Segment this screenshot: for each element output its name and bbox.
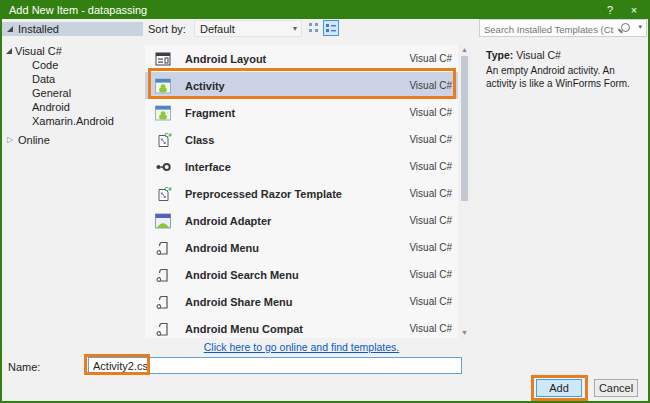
online-label: Online (18, 133, 50, 147)
template-language: Visual C# (409, 134, 452, 145)
sidebar-item-label: General (32, 86, 71, 100)
sidebar-item-label: Xamarin.Android (32, 114, 114, 128)
template-name: Android Layout (185, 53, 409, 65)
search-box[interactable]: ▾ (479, 19, 647, 37)
search-icon (621, 23, 630, 32)
template-name: Android Search Menu (185, 269, 409, 281)
template-name: Preprocessed Razor Template (185, 188, 409, 200)
window-title: Add New Item - datapassing (9, 2, 147, 19)
template-row[interactable]: Android Menu CompatVisual C# (145, 315, 458, 338)
sidebar-item-label: Android (32, 100, 70, 114)
sidebar-item-label: Code (32, 58, 58, 72)
sidebar-item-xamarin-android[interactable]: Xamarin.Android (2, 114, 143, 128)
template-name: Android Share Menu (185, 296, 409, 308)
fragment-icon (154, 104, 172, 122)
template-language: Visual C# (409, 53, 452, 64)
sort-dropdown[interactable]: Default ▾ (194, 20, 302, 37)
class-icon: C# (154, 131, 172, 149)
close-button[interactable]: × (624, 2, 644, 19)
template-language: Visual C# (409, 269, 452, 280)
sidebar-item-android[interactable]: Android (2, 100, 143, 114)
add-new-item-dialog: Add New Item - datapassing ? × Installed… (0, 0, 650, 403)
android-share-menu-icon (154, 293, 172, 311)
sidebar-item-data[interactable]: Data (2, 72, 143, 86)
template-list: Android LayoutVisual C#ActivityVisual C#… (145, 45, 458, 338)
template-row[interactable]: Android AdapterVisual C# (145, 207, 458, 234)
sidebar-item-visual-c-[interactable]: Visual C# (2, 44, 143, 58)
search-input[interactable] (482, 21, 616, 37)
online-templates-link-row: Click here to go online and find templat… (145, 337, 458, 355)
template-language: Visual C# (409, 107, 452, 118)
android-search-menu-icon (154, 266, 172, 284)
list-scrollbar[interactable]: ▲ ▼ (459, 45, 470, 338)
template-row[interactable]: InterfaceVisual C# (145, 153, 458, 180)
collapsed-arrow-icon: ▷ (7, 133, 13, 147)
template-row[interactable]: Android Share MenuVisual C# (145, 288, 458, 315)
type-label: Type: (486, 49, 513, 61)
scrollbar-thumb[interactable] (461, 56, 468, 201)
sidebar-item-code[interactable]: Code (2, 58, 143, 72)
template-language: Visual C# (409, 215, 452, 226)
cancel-button[interactable]: Cancel (594, 379, 638, 397)
expanded-arrow-icon[interactable] (6, 48, 12, 54)
search-options-chevron-icon[interactable]: ▾ (638, 23, 642, 31)
expanded-arrow-icon (7, 26, 13, 32)
activity-icon (154, 77, 172, 95)
template-row[interactable]: Android MenuVisual C# (145, 234, 458, 261)
template-name: Android Adapter (185, 215, 409, 227)
add-button[interactable]: Add (536, 379, 582, 397)
svg-text:C#: C# (165, 131, 172, 137)
template-name: Activity (185, 80, 409, 92)
chevron-down-icon: ▾ (293, 21, 297, 37)
small-icons-view-icon (306, 20, 322, 36)
template-row[interactable]: C#Preprocessed Razor TemplateVisual C# (145, 180, 458, 207)
sort-dropdown-value: Default (200, 23, 235, 35)
template-language: Visual C# (409, 161, 452, 172)
small-icons-view-button[interactable] (306, 20, 322, 36)
sort-by-label: Sort by: (148, 23, 186, 35)
online-templates-link[interactable]: Click here to go online and find templat… (204, 341, 400, 353)
template-type-row: Type: Visual C# (486, 49, 561, 61)
template-name: Fragment (185, 107, 409, 119)
list-view-icon (324, 21, 338, 35)
razor-template-icon: C# (154, 185, 172, 203)
android-menu-compat-icon (154, 320, 172, 338)
template-name: Android Menu (185, 242, 409, 254)
category-tree: Visual C#CodeDataGeneralAndroidXamarin.A… (2, 44, 143, 128)
template-language: Visual C# (409, 242, 452, 253)
template-language: Visual C# (409, 80, 452, 91)
type-value: Visual C# (516, 49, 561, 61)
sidebar-item-general[interactable]: General (2, 86, 143, 100)
titlebar: Add New Item - datapassing ? × (2, 2, 648, 19)
template-name: Interface (185, 161, 409, 173)
scroll-down-icon[interactable]: ▼ (459, 328, 470, 338)
android-menu-icon (154, 239, 172, 257)
scroll-up-icon[interactable]: ▲ (459, 45, 470, 55)
template-row[interactable]: ActivityVisual C# (145, 72, 458, 99)
list-view-button[interactable] (323, 20, 339, 36)
sidebar-item-label: Visual C# (15, 44, 62, 58)
sidebar-item-online[interactable]: ▷ Online (2, 133, 143, 147)
installed-label: Installed (18, 22, 59, 36)
template-language: Visual C# (409, 323, 452, 334)
name-label: Name: (8, 361, 40, 373)
template-row[interactable]: Android LayoutVisual C# (145, 45, 458, 72)
sidebar-item-label: Data (32, 72, 55, 86)
name-input[interactable] (88, 357, 462, 374)
template-description: An empty Android activity. An activity i… (486, 65, 646, 90)
help-button[interactable]: ? (600, 2, 620, 19)
interface-icon (154, 158, 172, 176)
sidebar-item-installed[interactable]: Installed (2, 22, 143, 36)
template-name: Class (185, 134, 409, 146)
template-name: Android Menu Compat (185, 323, 409, 335)
template-language: Visual C# (409, 296, 452, 307)
template-row[interactable]: FragmentVisual C# (145, 99, 458, 126)
svg-text:C#: C# (165, 185, 172, 191)
template-row[interactable]: Android Search MenuVisual C# (145, 261, 458, 288)
android-layout-icon (154, 50, 172, 68)
template-row[interactable]: C#ClassVisual C# (145, 126, 458, 153)
template-language: Visual C# (409, 188, 452, 199)
android-adapter-icon (154, 212, 172, 230)
